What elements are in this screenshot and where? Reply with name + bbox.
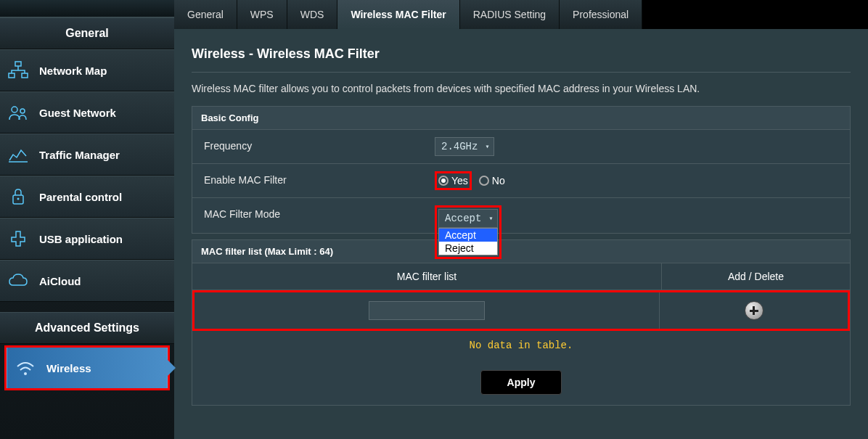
aicloud-icon bbox=[7, 271, 29, 291]
network-map-icon bbox=[7, 60, 29, 81]
sidebar-item-guest-network[interactable]: Guest Network bbox=[0, 91, 174, 134]
tab-professional[interactable]: Professional bbox=[560, 0, 642, 29]
sidebar-item-network-map[interactable]: Network Map bbox=[0, 49, 174, 91]
tab-wds[interactable]: WDS bbox=[287, 0, 338, 29]
svg-point-4 bbox=[20, 109, 25, 113]
page-title: Wireless - Wireless MAC Filter bbox=[192, 46, 851, 62]
basic-config-section: Basic Config Frequency 2.4GHz Enable MAC… bbox=[192, 106, 851, 234]
guest-network-icon bbox=[7, 102, 29, 123]
wireless-icon bbox=[15, 358, 36, 378]
sidebar: General Network Map Guest Network Traffi… bbox=[0, 0, 174, 439]
svg-rect-2 bbox=[22, 73, 28, 78]
mode-option-accept[interactable]: Accept bbox=[439, 229, 497, 242]
main-content: General WPS WDS Wireless MAC Filter RADI… bbox=[174, 0, 868, 439]
mac-filter-mode-select[interactable]: Accept bbox=[438, 209, 498, 228]
radio-checked-icon bbox=[438, 176, 449, 186]
apply-button[interactable]: Apply bbox=[480, 370, 562, 395]
sidebar-top-area bbox=[0, 0, 174, 17]
sidebar-item-wireless[interactable]: Wireless bbox=[7, 348, 168, 388]
col-add-delete: Add / Delete bbox=[661, 263, 850, 290]
usb-application-icon bbox=[7, 229, 29, 249]
sidebar-header-general: General bbox=[0, 17, 174, 49]
add-button[interactable] bbox=[745, 301, 763, 320]
no-data-message: No data in table. bbox=[192, 331, 850, 360]
enable-no-label: No bbox=[492, 175, 505, 186]
frequency-row: Frequency 2.4GHz bbox=[192, 130, 850, 164]
col-mac-filter-list: MAC filter list bbox=[192, 263, 661, 290]
tabs: General WPS WDS Wireless MAC Filter RADI… bbox=[174, 0, 868, 29]
svg-rect-0 bbox=[15, 62, 21, 66]
traffic-manager-icon bbox=[7, 144, 29, 165]
enable-mac-filter-label: Enable MAC Filter bbox=[192, 164, 425, 197]
frequency-select[interactable]: 2.4GHz bbox=[435, 137, 494, 156]
page-description: Wireless MAC filter allows you to contro… bbox=[192, 83, 851, 94]
svg-point-6 bbox=[17, 198, 20, 200]
radio-unchecked-icon bbox=[479, 176, 489, 186]
parental-control-icon bbox=[7, 186, 29, 207]
mac-filter-mode-row: MAC Filter Mode Accept Accept Reject bbox=[192, 198, 850, 233]
tab-wireless-mac-filter[interactable]: Wireless MAC Filter bbox=[337, 0, 459, 29]
frequency-label: Frequency bbox=[192, 130, 425, 163]
mac-filter-mode-dropdown: Accept Reject bbox=[438, 228, 498, 255]
mac-address-input[interactable] bbox=[369, 301, 485, 320]
sidebar-item-usb-application[interactable]: USB application bbox=[0, 218, 174, 260]
mac-input-row bbox=[192, 290, 850, 331]
table-heading-row: MAC filter list Add / Delete bbox=[192, 263, 850, 290]
sidebar-item-parental-control[interactable]: Parental control bbox=[0, 176, 174, 218]
svg-rect-1 bbox=[9, 73, 15, 78]
basic-config-header: Basic Config bbox=[192, 107, 850, 130]
svg-point-3 bbox=[12, 107, 17, 112]
mac-filter-list-header: MAC filter list (Max Limit : 64) bbox=[192, 240, 850, 263]
mac-filter-list-section: MAC filter list (Max Limit : 64) MAC fil… bbox=[192, 239, 851, 406]
enable-yes-label: Yes bbox=[451, 175, 468, 186]
sidebar-item-traffic-manager[interactable]: Traffic Manager bbox=[0, 134, 174, 176]
sidebar-item-label: Wireless bbox=[46, 362, 91, 374]
enable-yes-radio[interactable]: Yes bbox=[438, 175, 468, 186]
tab-wps[interactable]: WPS bbox=[237, 0, 287, 29]
svg-point-7 bbox=[24, 372, 27, 375]
tab-radius-setting[interactable]: RADIUS Setting bbox=[460, 0, 560, 29]
enable-no-radio[interactable]: No bbox=[479, 175, 505, 186]
mac-filter-mode-label: MAC Filter Mode bbox=[192, 198, 425, 233]
divider bbox=[192, 72, 851, 73]
mode-option-reject[interactable]: Reject bbox=[439, 242, 497, 255]
sidebar-item-label: Guest Network bbox=[39, 107, 116, 119]
tab-spacer bbox=[642, 0, 868, 29]
sidebar-item-label: Parental control bbox=[39, 191, 122, 203]
sidebar-header-advanced: Advanced Settings bbox=[0, 312, 174, 344]
tab-general[interactable]: General bbox=[174, 0, 237, 29]
sidebar-item-label: Traffic Manager bbox=[39, 149, 120, 161]
sidebar-item-label: Network Map bbox=[39, 65, 107, 77]
sidebar-item-aicloud[interactable]: AiCloud bbox=[0, 260, 174, 302]
sidebar-item-label: USB application bbox=[39, 233, 123, 245]
sidebar-item-label: AiCloud bbox=[39, 275, 81, 287]
enable-mac-filter-row: Enable MAC Filter Yes No bbox=[192, 164, 850, 198]
